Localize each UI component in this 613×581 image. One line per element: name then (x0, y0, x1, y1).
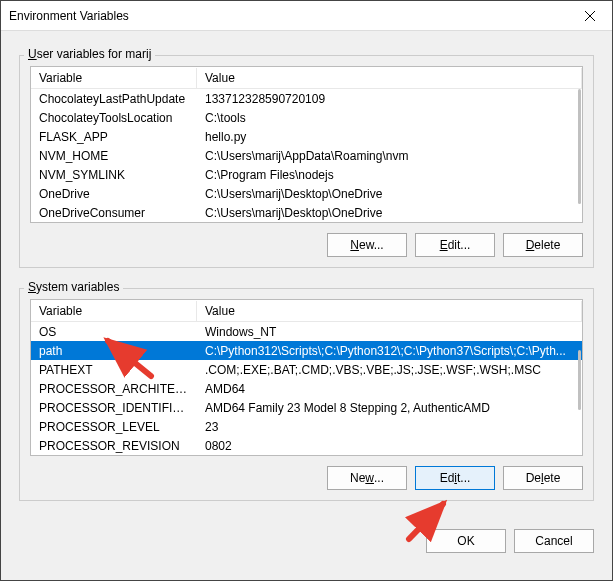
user-buttons-row: New... Edit... Delete (30, 233, 583, 257)
dialog-buttons-row: OK Cancel (1, 515, 612, 553)
titlebar: Environment Variables (1, 1, 612, 31)
close-icon (585, 11, 595, 21)
cell-variable: FLASK_APP (31, 129, 197, 145)
user-new-button[interactable]: New... (327, 233, 407, 257)
cell-value: Windows_NT (197, 324, 582, 340)
column-header-value[interactable]: Value (197, 68, 582, 89)
table-row[interactable]: OSWindows_NT (31, 322, 582, 341)
list-header: Variable Value (31, 67, 582, 89)
cell-variable: path (31, 343, 197, 359)
system-delete-button[interactable]: Delete (503, 466, 583, 490)
cell-value: C:\Users\marij\Desktop\OneDrive (197, 205, 582, 221)
cell-variable: PATHEXT (31, 362, 197, 378)
cell-variable: OneDriveConsumer (31, 205, 197, 221)
cell-value: C:\Python312\Scripts\;C:\Python312\;C:\P… (197, 343, 582, 359)
list-header: Variable Value (31, 300, 582, 322)
cell-variable: OneDrive (31, 186, 197, 202)
table-row[interactable]: PATHEXT.COM;.EXE;.BAT;.CMD;.VBS;.VBE;.JS… (31, 360, 582, 379)
cell-value: C:\Program Files\nodejs (197, 167, 582, 183)
cell-value: AMD64 Family 23 Model 8 Stepping 2, Auth… (197, 400, 582, 416)
cell-value: 133712328590720109 (197, 91, 582, 107)
table-row[interactable]: PROCESSOR_LEVEL23 (31, 417, 582, 436)
scrollbar-thumb[interactable] (578, 350, 581, 410)
system-variables-group: System variables Variable Value OSWindow… (19, 288, 594, 501)
table-row[interactable]: ChocolateyLastPathUpdate1337123285907201… (31, 89, 582, 108)
scrollbar-thumb[interactable] (578, 89, 581, 204)
system-new-button[interactable]: New... (327, 466, 407, 490)
user-delete-button[interactable]: Delete (503, 233, 583, 257)
ok-button[interactable]: OK (426, 529, 506, 553)
cell-value: 0802 (197, 438, 582, 454)
table-row[interactable]: FLASK_APPhello.py (31, 127, 582, 146)
cell-variable: PROCESSOR_LEVEL (31, 419, 197, 435)
cell-value: C:\tools (197, 110, 582, 126)
column-header-variable[interactable]: Variable (31, 301, 197, 322)
cell-value: hello.py (197, 129, 582, 145)
cell-variable: ChocolateyToolsLocation (31, 110, 197, 126)
cell-variable: PROCESSOR_ARCHITECTURE (31, 381, 197, 397)
table-row[interactable]: NVM_HOMEC:\Users\marij\AppData\Roaming\n… (31, 146, 582, 165)
cell-variable: PROCESSOR_REVISION (31, 438, 197, 454)
table-row[interactable]: PROCESSOR_ARCHITECTUREAMD64 (31, 379, 582, 398)
cell-value: AMD64 (197, 381, 582, 397)
system-variables-label: System variables (24, 280, 123, 294)
cell-variable: PROCESSOR_IDENTIFIER (31, 400, 197, 416)
environment-variables-dialog: Environment Variables User variables for… (0, 0, 613, 581)
cell-value: .COM;.EXE;.BAT;.CMD;.VBS;.VBE;.JS;.JSE;.… (197, 362, 582, 378)
system-buttons-row: New... Edit... Delete (30, 466, 583, 490)
dialog-content: User variables for marij Variable Value … (1, 31, 612, 515)
cell-value: C:\Users\marij\Desktop\OneDrive (197, 186, 582, 202)
table-row[interactable]: OneDriveC:\Users\marij\Desktop\OneDrive (31, 184, 582, 203)
table-row[interactable]: PROCESSOR_IDENTIFIERAMD64 Family 23 Mode… (31, 398, 582, 417)
user-variables-list[interactable]: Variable Value ChocolateyLastPathUpdate1… (30, 66, 583, 223)
user-edit-button[interactable]: Edit... (415, 233, 495, 257)
window-title: Environment Variables (9, 9, 129, 23)
cancel-button[interactable]: Cancel (514, 529, 594, 553)
cell-variable: OS (31, 324, 197, 340)
close-button[interactable] (567, 1, 612, 31)
user-variables-group: User variables for marij Variable Value … (19, 55, 594, 268)
column-header-variable[interactable]: Variable (31, 68, 197, 89)
cell-variable: NVM_SYMLINK (31, 167, 197, 183)
system-edit-button[interactable]: Edit... (415, 466, 495, 490)
user-variables-label: User variables for marij (24, 47, 155, 61)
table-row[interactable]: pathC:\Python312\Scripts\;C:\Python312\;… (31, 341, 582, 360)
cell-value: 23 (197, 419, 582, 435)
system-variables-list[interactable]: Variable Value OSWindows_NTpathC:\Python… (30, 299, 583, 456)
cell-variable: ChocolateyLastPathUpdate (31, 91, 197, 107)
column-header-value[interactable]: Value (197, 301, 582, 322)
cell-value: C:\Users\marij\AppData\Roaming\nvm (197, 148, 582, 164)
table-row[interactable]: NVM_SYMLINKC:\Program Files\nodejs (31, 165, 582, 184)
cell-variable: NVM_HOME (31, 148, 197, 164)
table-row[interactable]: OneDriveConsumerC:\Users\marij\Desktop\O… (31, 203, 582, 222)
table-row[interactable]: ChocolateyToolsLocationC:\tools (31, 108, 582, 127)
table-row[interactable]: PROCESSOR_REVISION0802 (31, 436, 582, 455)
